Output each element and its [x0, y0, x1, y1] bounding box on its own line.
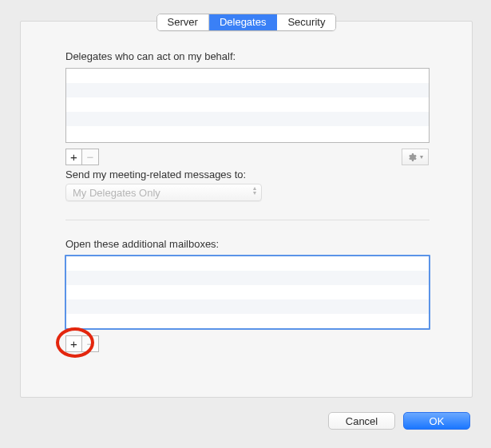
list-row [66, 314, 429, 328]
list-row [66, 299, 429, 314]
delegates-heading: Delegates who can act on my behalf: [65, 50, 236, 62]
send-messages-popup[interactable]: My Delegates Only ▴▾ [65, 184, 262, 201]
tab-bar: Server Delegates Security [156, 14, 337, 31]
ok-button[interactable]: OK [403, 412, 470, 430]
chevron-down-icon: ▾ [420, 153, 423, 161]
delegates-button-row: + − [65, 149, 99, 165]
add-mailbox-button[interactable]: + [65, 335, 82, 352]
remove-mailbox-button[interactable]: − [82, 335, 99, 352]
send-messages-value: My Delegates Only [73, 187, 160, 199]
tab-delegates-label: Delegates [220, 16, 267, 28]
section-divider [65, 220, 430, 220]
list-row [66, 97, 429, 112]
mailboxes-heading: Open these additional mailboxes: [65, 238, 219, 250]
cancel-label: Cancel [346, 415, 378, 427]
list-row [66, 256, 429, 271]
send-messages-label: Send my meeting-related messages to: [65, 168, 246, 180]
cancel-button[interactable]: Cancel [328, 412, 395, 430]
ok-label: OK [430, 415, 445, 427]
preferences-panel: Server Delegates Security Delegates who … [20, 21, 473, 398]
list-row [66, 126, 429, 141]
tab-server-label: Server [168, 16, 198, 28]
gear-icon [407, 153, 417, 162]
list-row [66, 69, 429, 83]
list-row [66, 285, 429, 299]
delegate-options-button[interactable]: ▾ [402, 149, 429, 165]
list-row [66, 112, 429, 126]
list-row [66, 271, 429, 285]
list-row [66, 83, 429, 97]
minus-icon: − [87, 338, 94, 350]
updown-icon: ▴▾ [253, 186, 256, 196]
tab-security-label: Security [287, 16, 325, 28]
remove-delegate-button[interactable]: − [82, 149, 99, 165]
delegates-list[interactable] [65, 68, 430, 143]
mailboxes-list[interactable] [65, 255, 430, 330]
plus-icon: + [70, 151, 77, 163]
tab-delegates[interactable]: Delegates [209, 14, 278, 30]
minus-icon: − [87, 151, 94, 163]
mailboxes-button-row: + − [65, 335, 99, 352]
tab-security[interactable]: Security [277, 14, 335, 30]
add-delegate-button[interactable]: + [65, 149, 82, 165]
plus-icon: + [70, 338, 77, 350]
tab-server[interactable]: Server [157, 14, 209, 30]
